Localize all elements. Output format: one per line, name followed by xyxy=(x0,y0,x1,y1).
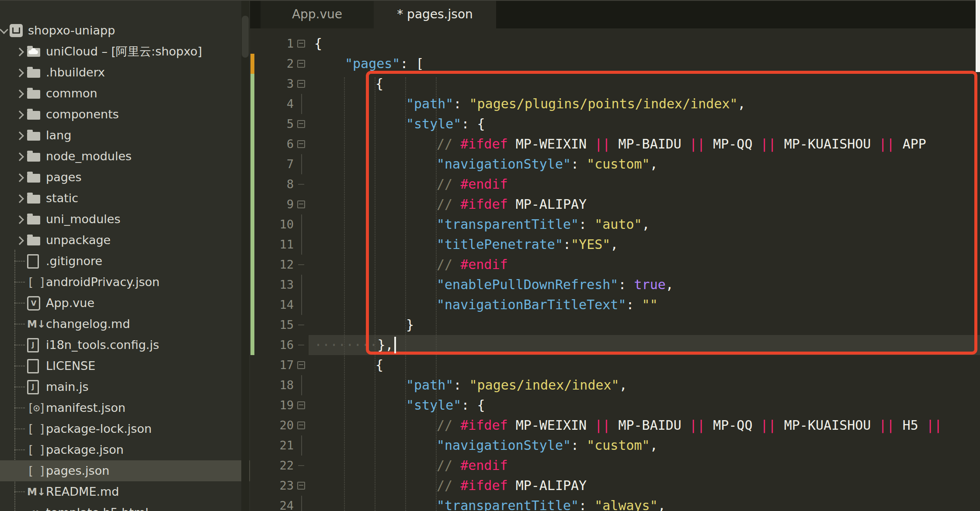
code-line-18[interactable]: 18"path": "pages/index/index", xyxy=(250,375,980,395)
code-line-7[interactable]: 7"navigationStyle": "custom", xyxy=(250,154,980,174)
chevron-right-icon[interactable] xyxy=(15,48,24,56)
sidebar-item-static[interactable]: static xyxy=(0,188,250,209)
sidebar-item-shopxo-uniapp[interactable]: shopxo-uniapp xyxy=(0,20,250,41)
code-text: // #endif xyxy=(437,456,508,476)
sidebar-item-package-lock.json[interactable]: [ ]package-lock.json xyxy=(0,418,250,439)
tab-app.vue[interactable]: App.vue xyxy=(261,0,374,28)
sidebar-item-changelog.md[interactable]: M↓changelog.md xyxy=(0,314,250,335)
sidebar-item-readme.md[interactable]: M↓README.md xyxy=(0,481,250,502)
fold-collapse-icon[interactable] xyxy=(297,421,305,429)
chevron-down-icon[interactable] xyxy=(0,25,8,34)
code-line-12[interactable]: 12// #endif xyxy=(250,255,980,275)
file-label: changelog.md xyxy=(46,314,130,335)
chevron-right-icon[interactable] xyxy=(15,131,24,140)
file-label: template.h5.html xyxy=(46,502,149,511)
code-line-23[interactable]: 23// #ifdef MP-ALIPAY xyxy=(250,476,980,496)
fold-scope-guide xyxy=(301,275,302,295)
code-text: // #ifdef MP-WEIXIN || MP-BAIDU || MP-QQ… xyxy=(437,415,942,435)
sidebar-item-.gitignore[interactable]: .gitignore xyxy=(0,251,250,272)
file-label: package.json xyxy=(46,439,124,460)
sidebar-item-androidprivacy.json[interactable]: [ ]androidPrivacy.json xyxy=(0,272,250,293)
code-line-1[interactable]: 1{ xyxy=(250,34,980,54)
code-line-4[interactable]: 4"path": "pages/plugins/points/index/ind… xyxy=(250,94,980,114)
tab-pages.json[interactable]: * pages.json xyxy=(374,0,496,28)
chevron-right-icon[interactable] xyxy=(15,110,24,119)
line-number: 15 xyxy=(250,315,294,335)
sidebar-item-app.vue[interactable]: VApp.vue xyxy=(0,293,250,314)
sidebar-item-pages.json[interactable]: [ ]pages.json xyxy=(0,460,250,481)
tree-connector xyxy=(14,387,25,387)
fold-collapse-icon[interactable] xyxy=(297,401,305,409)
code-line-8[interactable]: 8// #endif xyxy=(250,174,980,194)
code-line-16[interactable]: 16········}, xyxy=(250,335,980,355)
editor-pane: App.vue* pages.json 1{2"pages": [3{4"pat… xyxy=(250,0,980,511)
sidebar-item-i18n-tools.config.js[interactable]: Ji18n_tools.config.js xyxy=(0,335,250,356)
chevron-right-icon[interactable] xyxy=(15,173,24,182)
folder-icon xyxy=(27,66,40,79)
code-line-5[interactable]: 5"style": { xyxy=(250,114,980,134)
code-area[interactable]: 1{2"pages": [3{4"path": "pages/plugins/p… xyxy=(250,28,980,511)
code-text: "pages": [ xyxy=(345,54,424,74)
fold-collapse-icon[interactable] xyxy=(297,40,305,48)
line-number: 10 xyxy=(250,214,294,235)
sidebar-item-unicloud-shopxo-[interactable]: uniCloud – [阿里云:shopxo] xyxy=(0,41,250,62)
sidebar-scrollbar-track[interactable] xyxy=(241,1,249,511)
tree-connector xyxy=(14,366,25,366)
chevron-right-icon[interactable] xyxy=(15,90,24,98)
fold-collapse-icon[interactable] xyxy=(297,80,305,88)
sidebar-item-manifest.json[interactable]: [⊙]manifest.json xyxy=(0,397,250,418)
code-line-17[interactable]: 17{ xyxy=(250,355,980,375)
js-icon: J xyxy=(27,380,39,394)
line-number: 17 xyxy=(250,355,294,375)
fold-scope-guide xyxy=(301,235,302,255)
fold-collapse-icon[interactable] xyxy=(297,120,305,128)
sidebar-item-unpackage[interactable]: unpackage xyxy=(0,230,250,251)
code-line-3[interactable]: 3{ xyxy=(250,74,980,94)
code-line-2[interactable]: 2"pages": [ xyxy=(250,54,980,74)
code-line-13[interactable]: 13"enablePullDownRefresh": true, xyxy=(250,275,980,295)
sidebar-item-node-modules[interactable]: node_modules xyxy=(0,146,250,167)
json-icon: [ ] xyxy=(27,443,45,456)
code-line-14[interactable]: 14"navigationBarTitleText": "" xyxy=(250,295,980,315)
sidebar-item-lang[interactable]: lang xyxy=(0,125,250,146)
code-line-6[interactable]: 6// #ifdef MP-WEIXIN || MP-BAIDU || MP-Q… xyxy=(250,134,980,154)
fold-collapse-icon[interactable] xyxy=(297,60,305,68)
code-line-22[interactable]: 22// #endif xyxy=(250,456,980,476)
sidebar-item-license[interactable]: LICENSE xyxy=(0,356,250,376)
code-text: "transparentTitle": "always", xyxy=(437,496,666,511)
sidebar-item-.hbuilderx[interactable]: .hbuilderx xyxy=(0,62,250,83)
sidebar-item-package.json[interactable]: [ ]package.json xyxy=(0,439,250,460)
tree-connector xyxy=(14,428,25,429)
scrollbar-strip xyxy=(976,0,980,72)
sidebar-item-template.h5.html[interactable]: <>template.h5.html xyxy=(0,502,250,511)
sidebar-item-common[interactable]: common xyxy=(0,83,250,104)
fold-collapse-icon[interactable] xyxy=(297,361,305,369)
code-line-19[interactable]: 19"style": { xyxy=(250,395,980,415)
uniapp-icon xyxy=(10,24,23,37)
md-icon: M↓ xyxy=(27,485,45,498)
sidebar-item-main.js[interactable]: Jmain.js xyxy=(0,376,250,397)
fold-collapse-icon[interactable] xyxy=(297,140,305,148)
sidebar-item-uni-modules[interactable]: uni_modules xyxy=(0,209,250,230)
sidebar-scrollbar-thumb[interactable] xyxy=(242,16,249,58)
code-text: // #endif xyxy=(437,255,508,275)
fold-collapse-icon[interactable] xyxy=(297,200,305,208)
chevron-right-icon[interactable] xyxy=(15,152,24,161)
fold-collapse-icon[interactable] xyxy=(297,482,305,490)
chevron-right-icon[interactable] xyxy=(15,194,24,203)
code-line-15[interactable]: 15} xyxy=(250,315,980,335)
sidebar-item-components[interactable]: components xyxy=(0,104,250,125)
code-line-11[interactable]: 11"titlePenetrate":"YES", xyxy=(250,235,980,255)
folder-icon xyxy=(27,150,40,163)
code-line-21[interactable]: 21"navigationStyle": "custom", xyxy=(250,435,980,456)
code-line-24[interactable]: 24"transparentTitle": "always", xyxy=(250,496,980,511)
folder-icon xyxy=(27,87,40,100)
code-line-10[interactable]: 10"transparentTitle": "auto", xyxy=(250,214,980,235)
code-line-9[interactable]: 9// #ifdef MP-ALIPAY xyxy=(250,194,980,214)
chevron-right-icon[interactable] xyxy=(15,215,24,224)
code-line-20[interactable]: 20// #ifdef MP-WEIXIN || MP-BAIDU || MP-… xyxy=(250,415,980,435)
chevron-right-icon[interactable] xyxy=(15,69,24,77)
chevron-right-icon[interactable] xyxy=(15,236,24,245)
sidebar-item-pages[interactable]: pages xyxy=(0,167,250,188)
folder-icon xyxy=(27,171,40,184)
